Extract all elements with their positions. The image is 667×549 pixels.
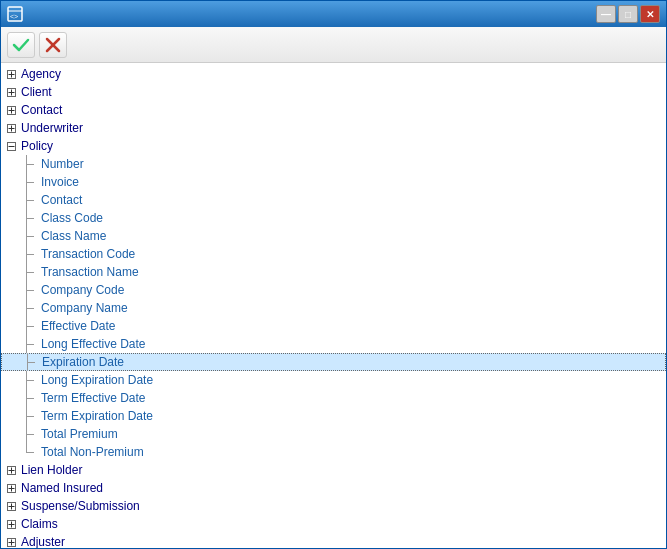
tree-label: Underwriter bbox=[19, 121, 83, 135]
tree-item-contact2[interactable]: Contact bbox=[1, 191, 666, 209]
tree-item-policy[interactable]: Policy bbox=[1, 137, 666, 155]
tree-item-termeffectivedate[interactable]: Term Effective Date bbox=[1, 389, 666, 407]
expander-icon[interactable] bbox=[3, 120, 19, 136]
toolbar bbox=[1, 27, 666, 63]
tree-item-suspensesubmission[interactable]: Suspense/Submission bbox=[1, 497, 666, 515]
tree-label: Total Premium bbox=[39, 427, 118, 441]
tree-label: Total Non-Premium bbox=[39, 445, 144, 459]
check-icon bbox=[12, 36, 30, 54]
expander-icon[interactable] bbox=[3, 516, 19, 532]
tree-label: Policy bbox=[19, 139, 53, 153]
tree-label: Company Name bbox=[39, 301, 128, 315]
tree-item-classcode[interactable]: Class Code bbox=[1, 209, 666, 227]
tree-item-transactionname[interactable]: Transaction Name bbox=[1, 263, 666, 281]
tree-item-client[interactable]: Client bbox=[1, 83, 666, 101]
tree-item-longexpirationdate[interactable]: Long Expiration Date bbox=[1, 371, 666, 389]
tree-item-transactioncode[interactable]: Transaction Code bbox=[1, 245, 666, 263]
tree-item-namedinsured[interactable]: Named Insured bbox=[1, 479, 666, 497]
tree-label: Transaction Name bbox=[39, 265, 139, 279]
tree-item-longeffectivedate[interactable]: Long Effective Date bbox=[1, 335, 666, 353]
expander-icon[interactable] bbox=[3, 534, 19, 548]
tree-label: Named Insured bbox=[19, 481, 103, 495]
tree-label: Number bbox=[39, 157, 84, 171]
tree-item-contact[interactable]: Contact bbox=[1, 101, 666, 119]
close-button[interactable]: ✕ bbox=[640, 5, 660, 23]
maximize-button[interactable]: □ bbox=[618, 5, 638, 23]
tree-item-lienholder[interactable]: Lien Holder bbox=[1, 461, 666, 479]
tree-label: Long Effective Date bbox=[39, 337, 146, 351]
tree-label: Contact bbox=[39, 193, 82, 207]
minimize-button[interactable]: — bbox=[596, 5, 616, 23]
tree-item-effectivedate[interactable]: Effective Date bbox=[1, 317, 666, 335]
tree-label: Term Expiration Date bbox=[39, 409, 153, 423]
tree-label: Class Name bbox=[39, 229, 106, 243]
tree-item-adjuster[interactable]: Adjuster bbox=[1, 533, 666, 548]
tree-item-agency[interactable]: Agency bbox=[1, 65, 666, 83]
expander-icon[interactable] bbox=[3, 66, 19, 82]
tree-label: Invoice bbox=[39, 175, 79, 189]
tree-label: Lien Holder bbox=[19, 463, 82, 477]
tree-item-expirationdate[interactable]: Expiration Date bbox=[1, 353, 666, 371]
tree-item-classname[interactable]: Class Name bbox=[1, 227, 666, 245]
tree-item-termexpirationdate[interactable]: Term Expiration Date bbox=[1, 407, 666, 425]
tree-item-invoice[interactable]: Invoice bbox=[1, 173, 666, 191]
window-icon: <> bbox=[7, 6, 23, 22]
tree-label: Transaction Code bbox=[39, 247, 135, 261]
title-bar: <> — □ ✕ bbox=[1, 1, 666, 27]
tree-item-underwriter[interactable]: Underwriter bbox=[1, 119, 666, 137]
cancel-button[interactable] bbox=[39, 32, 67, 58]
tree-label: Long Expiration Date bbox=[39, 373, 153, 387]
confirm-button[interactable] bbox=[7, 32, 35, 58]
tree-label: Client bbox=[19, 85, 52, 99]
tree-content[interactable]: AgencyClientContactUnderwriterPolicy Num… bbox=[1, 63, 666, 548]
tree-item-companycode[interactable]: Company Code bbox=[1, 281, 666, 299]
tree-label: Effective Date bbox=[39, 319, 115, 333]
tree-label: Agency bbox=[19, 67, 61, 81]
tree-item-claims[interactable]: Claims bbox=[1, 515, 666, 533]
title-bar-buttons: — □ ✕ bbox=[596, 5, 660, 23]
expander-icon[interactable] bbox=[3, 84, 19, 100]
tree-label: Class Code bbox=[39, 211, 103, 225]
expander-icon[interactable] bbox=[3, 498, 19, 514]
tree-label: Company Code bbox=[39, 283, 124, 297]
expander-icon[interactable] bbox=[3, 480, 19, 496]
expander-icon[interactable] bbox=[3, 138, 19, 154]
svg-text:<>: <> bbox=[10, 13, 18, 20]
tree-label: Adjuster bbox=[19, 535, 65, 548]
expander-icon[interactable] bbox=[3, 102, 19, 118]
tree-item-companyname[interactable]: Company Name bbox=[1, 299, 666, 317]
tree-label: Claims bbox=[19, 517, 58, 531]
tree-item-totalpremium[interactable]: Total Premium bbox=[1, 425, 666, 443]
tree-label: Term Effective Date bbox=[39, 391, 145, 405]
tree-item-totalnonpremium[interactable]: Total Non-Premium bbox=[1, 443, 666, 461]
tree-label: Contact bbox=[19, 103, 62, 117]
expander-icon[interactable] bbox=[3, 462, 19, 478]
merge-codes-window: <> — □ ✕ AgencyClientContactUnderwriterP… bbox=[0, 0, 667, 549]
tree-label: Expiration Date bbox=[40, 355, 124, 369]
tree-item-number[interactable]: Number bbox=[1, 155, 666, 173]
tree-label: Suspense/Submission bbox=[19, 499, 140, 513]
cross-icon bbox=[44, 36, 62, 54]
